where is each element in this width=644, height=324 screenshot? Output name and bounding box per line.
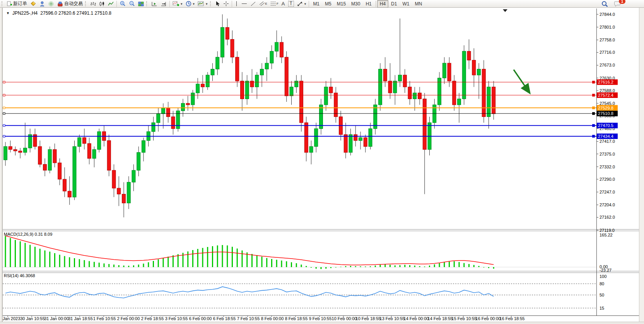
vertical-line-tool-button[interactable] <box>233 0 240 8</box>
template-icon <box>198 1 204 7</box>
price-tick-label: 27758.0 <box>600 38 615 42</box>
candle <box>250 81 254 87</box>
timeframe-button-m30[interactable]: M30 <box>348 0 363 8</box>
tile-windows-button[interactable] <box>137 0 145 8</box>
chevron-down-icon: ▾ <box>181 2 183 6</box>
timeframe-button-m15[interactable]: M15 <box>334 0 348 8</box>
text-tool-button[interactable]: A <box>280 0 287 8</box>
candle <box>73 146 76 197</box>
candle <box>379 69 382 105</box>
channel-letter: E <box>265 2 267 5</box>
candle <box>300 81 303 123</box>
toolbar-grip <box>85 1 87 6</box>
toolbar-grip <box>210 1 212 6</box>
auto-trading-icon <box>57 1 63 7</box>
time-tick-label: 9 Feb 10:55 <box>309 316 332 321</box>
candle <box>157 114 160 123</box>
indicators-button[interactable]: ▾ <box>171 0 184 8</box>
text-label-tool-button[interactable]: T <box>287 0 296 8</box>
candle <box>97 132 101 149</box>
equidistant-channel-tool-button[interactable]: E <box>258 0 269 8</box>
rsi-line <box>5 287 494 298</box>
time-tick-label: 7 Feb 10:55 <box>237 316 260 321</box>
candle <box>87 144 91 158</box>
accounts-button[interactable] <box>38 0 47 8</box>
price-tick-label: 27375.0 <box>600 152 615 156</box>
signals-button[interactable] <box>47 0 56 8</box>
candle <box>181 103 185 111</box>
candle <box>453 81 456 105</box>
candle <box>285 57 288 96</box>
toolbar-right-group: 1 <box>600 0 622 8</box>
time-tick-label: 14 Feb 00:00 <box>404 316 429 321</box>
timeframe-button-m1[interactable]: M1 <box>310 0 322 8</box>
price-badge-label: 27529.8 <box>598 106 613 110</box>
chart-shift-button[interactable] <box>159 0 168 8</box>
timeframe-group: M1M5M15M30H1H4D1W1MN <box>310 0 425 8</box>
candle <box>280 42 284 57</box>
candle <box>369 129 372 146</box>
candle <box>304 123 308 153</box>
candle <box>462 51 466 99</box>
crosshair-tool-button[interactable] <box>222 0 231 8</box>
new-order-button[interactable]: 新订单 <box>5 0 29 8</box>
zoom-out-button[interactable] <box>127 0 137 8</box>
vertical-line-icon <box>235 1 238 7</box>
timeframe-button-m5[interactable]: M5 <box>322 0 334 8</box>
timeframe-button-w1[interactable]: W1 <box>400 0 412 8</box>
line-chart-mode-button[interactable] <box>106 0 115 8</box>
candle <box>221 27 224 57</box>
candle <box>241 81 244 99</box>
candle <box>423 99 426 149</box>
market-watch-button[interactable] <box>29 0 38 8</box>
zoom-in-button[interactable] <box>118 0 127 8</box>
market-watch-icon <box>30 1 36 7</box>
zoom-in-icon <box>120 1 126 7</box>
time-tick-label: 8 Feb 00:00 <box>261 316 284 321</box>
toolbar-grip <box>146 1 148 6</box>
chart-title-bar: ▼ JPN225-,H4 27596.0 27620.6 27491.1 275… <box>6 10 111 16</box>
candle <box>354 135 357 141</box>
candle <box>9 146 12 149</box>
clock-icon <box>186 1 191 7</box>
candle <box>132 170 135 182</box>
candle <box>122 194 126 203</box>
timeframe-button-d1[interactable]: D1 <box>388 0 400 8</box>
timeframe-button-h1[interactable]: H1 <box>363 0 374 8</box>
horizontal-line-icon <box>241 2 247 5</box>
candle <box>78 137 81 146</box>
trendline-tool-button[interactable] <box>249 0 258 8</box>
timeframe-button-h4[interactable]: H4 <box>377 0 388 8</box>
cursor-tool-button[interactable] <box>214 0 222 8</box>
fibonacci-tool-button[interactable]: F <box>269 0 280 8</box>
price-badge-label: 27510.8 <box>598 111 613 116</box>
candlestick-mode-button[interactable] <box>97 0 106 8</box>
arrows-tool-button[interactable]: ▾ <box>296 0 308 8</box>
candle <box>467 51 471 60</box>
auto-scroll-button[interactable] <box>150 0 159 8</box>
candle <box>63 179 67 191</box>
candle <box>19 151 22 153</box>
time-tick-label: 2 Feb 00:00 <box>117 316 140 321</box>
svg-text:-23.27: -23.27 <box>600 268 612 273</box>
candle <box>319 105 323 129</box>
candle <box>225 27 229 39</box>
trend-arrow-annotation[interactable] <box>514 70 530 93</box>
symbol-dropdown-icon[interactable]: ▼ <box>6 11 10 15</box>
price-tick-label: 27247.0 <box>600 190 615 194</box>
text-label-icon: T <box>288 1 294 7</box>
chat-button[interactable]: 1 <box>613 0 622 8</box>
auto-trading-button[interactable]: 自动交易 <box>56 0 84 8</box>
chart-canvas[interactable]: 27616.227572.427529.827510.827470.527434… <box>0 0 644 324</box>
candle <box>349 135 352 153</box>
time-tick-label: 6 Feb 18:55 <box>213 316 236 321</box>
bar-chart-mode-button[interactable] <box>89 0 97 8</box>
periods-button[interactable]: ▾ <box>184 0 196 8</box>
templates-button[interactable]: ▾ <box>196 0 209 8</box>
candle <box>374 105 377 129</box>
candle <box>329 87 333 93</box>
timeframe-button-mn[interactable]: MN <box>412 0 425 8</box>
search-button[interactable] <box>600 0 610 8</box>
time-tick-label: 8 Feb 18:55 <box>285 316 308 321</box>
horizontal-line-tool-button[interactable] <box>240 0 249 8</box>
